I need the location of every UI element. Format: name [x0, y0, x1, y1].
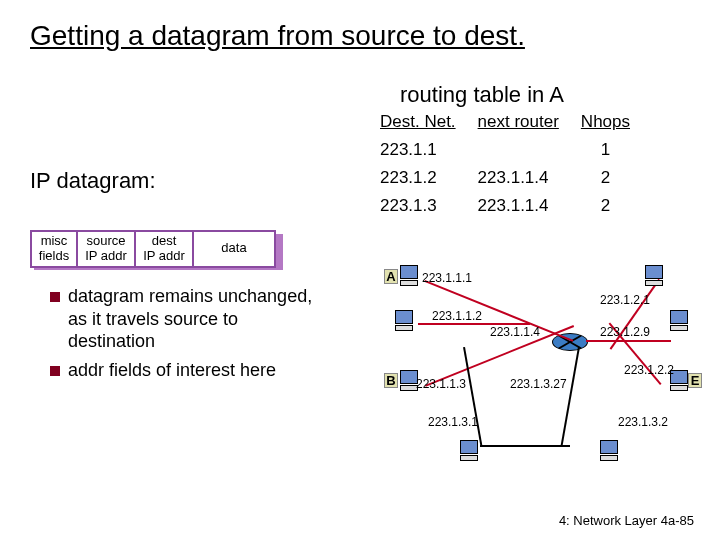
table-row: 223.1.1 1 — [370, 134, 640, 160]
cell: 223.1.1.4 — [468, 190, 569, 216]
host-icon — [400, 265, 424, 289]
pkt-misc: miscfields — [30, 230, 78, 268]
table-row: 223.1.3 223.1.1.4 2 — [370, 190, 640, 216]
cell: 223.1.1.4 — [468, 162, 569, 188]
ip-label: 223.1.1.1 — [422, 271, 472, 285]
network-diagram: A B E 223.1.1.1 223.1.1.2 223.1.1.4 223.… — [370, 265, 700, 490]
pkt-source: sourceIP addr — [78, 230, 136, 268]
cell: 223.1.3 — [370, 190, 466, 216]
cell: 2 — [571, 162, 640, 188]
cell: 223.1.2 — [370, 162, 466, 188]
host-icon — [600, 440, 624, 464]
host-icon — [670, 310, 694, 334]
col-next: next router — [468, 112, 569, 132]
bullet: addr fields of interest here — [50, 359, 330, 382]
ip-label: 223.1.1.3 — [416, 377, 466, 391]
link — [586, 340, 671, 342]
ip-datagram-packet: miscfields sourceIP addr destIP addr dat… — [30, 230, 276, 268]
page-title: Getting a datagram from source to dest. — [30, 20, 690, 52]
host-icon — [645, 265, 669, 289]
routing-table-caption: routing table in A — [400, 82, 564, 108]
cell: 223.1.1 — [370, 134, 466, 160]
link — [561, 347, 580, 446]
ip-label: 223.1.2.9 — [600, 325, 650, 339]
slide-footer: 4: Network Layer 4a-85 — [559, 513, 694, 528]
bullet-list: datagram remains unchanged, as it travel… — [50, 285, 330, 387]
col-dest: Dest. Net. — [370, 112, 466, 132]
table-row: 223.1.2 223.1.1.4 2 — [370, 162, 640, 188]
node-label-b: B — [384, 373, 398, 388]
node-label-a: A — [384, 269, 398, 284]
col-hops: Nhops — [571, 112, 640, 132]
ip-label: 223.1.3.2 — [618, 415, 668, 429]
pkt-data: data — [194, 230, 276, 268]
host-icon — [460, 440, 484, 464]
cell: 2 — [571, 190, 640, 216]
cell: 1 — [571, 134, 640, 160]
cell — [468, 134, 569, 160]
ip-label: 223.1.3.27 — [510, 377, 567, 391]
host-icon — [395, 310, 419, 334]
routing-table: Dest. Net. next router Nhops 223.1.1 1 2… — [368, 110, 642, 218]
ip-datagram-heading: IP datagram: — [30, 168, 156, 194]
link — [480, 445, 570, 447]
ip-label: 223.1.1.4 — [490, 325, 540, 339]
ip-label: 223.1.2.1 — [600, 293, 650, 307]
link — [610, 279, 660, 350]
ip-label: 223.1.1.2 — [432, 309, 482, 323]
ip-label: 223.1.2.2 — [624, 363, 674, 377]
bullet: datagram remains unchanged, as it travel… — [50, 285, 330, 353]
ip-label: 223.1.3.1 — [428, 415, 478, 429]
pkt-dest: destIP addr — [136, 230, 194, 268]
node-label-e: E — [688, 373, 702, 388]
